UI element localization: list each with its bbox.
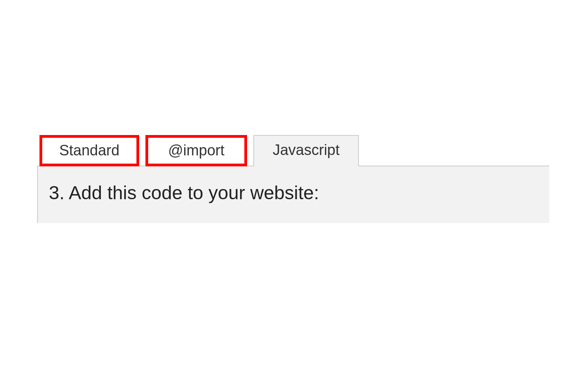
tab-content-panel: 3. Add this code to your website: (37, 166, 549, 223)
instruction-heading: 3. Add this code to your website: (49, 182, 538, 204)
tab-import[interactable]: @import (145, 135, 247, 166)
font-embed-section: Standard @import Javascript 3. Add this … (37, 135, 549, 223)
tab-bar: Standard @import Javascript (39, 135, 549, 166)
tab-javascript[interactable]: Javascript (253, 135, 359, 166)
tab-standard[interactable]: Standard (39, 135, 139, 166)
